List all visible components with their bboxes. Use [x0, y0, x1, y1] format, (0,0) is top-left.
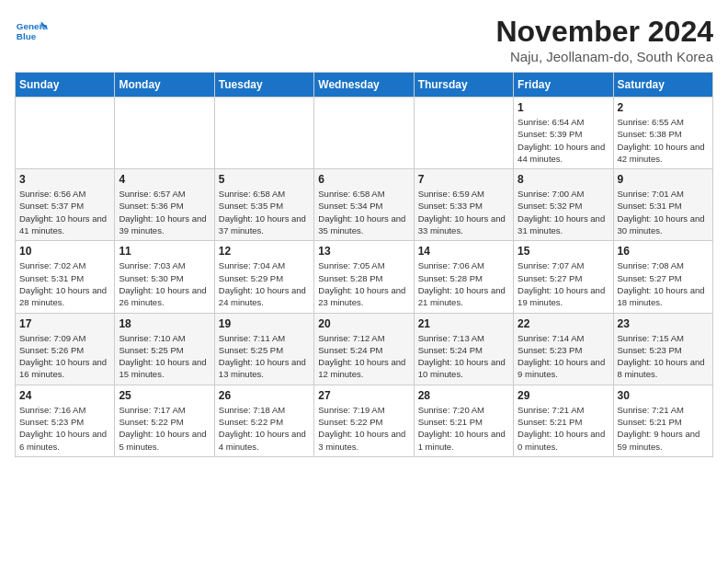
calendar-week-2: 10Sunrise: 7:02 AM Sunset: 5:31 PM Dayli…	[16, 241, 713, 313]
day-info: Sunrise: 7:06 AM Sunset: 5:28 PM Dayligh…	[418, 259, 509, 308]
col-saturday: Saturday	[613, 73, 712, 98]
table-row: 8Sunrise: 7:00 AM Sunset: 5:32 PM Daylig…	[514, 169, 613, 241]
table-row: 6Sunrise: 6:58 AM Sunset: 5:34 PM Daylig…	[314, 169, 414, 241]
calendar-week-3: 17Sunrise: 7:09 AM Sunset: 5:26 PM Dayli…	[16, 313, 713, 385]
day-info: Sunrise: 7:20 AM Sunset: 5:21 PM Dayligh…	[418, 404, 509, 453]
table-row: 23Sunrise: 7:15 AM Sunset: 5:23 PM Dayli…	[613, 313, 712, 385]
table-row: 14Sunrise: 7:06 AM Sunset: 5:28 PM Dayli…	[414, 241, 513, 313]
day-info: Sunrise: 7:02 AM Sunset: 5:31 PM Dayligh…	[19, 259, 110, 308]
day-number: 24	[19, 389, 110, 402]
table-row: 28Sunrise: 7:20 AM Sunset: 5:21 PM Dayli…	[414, 385, 513, 456]
day-info: Sunrise: 6:58 AM Sunset: 5:34 PM Dayligh…	[318, 188, 409, 236]
table-row: 26Sunrise: 7:18 AM Sunset: 5:22 PM Dayli…	[214, 385, 313, 456]
day-info: Sunrise: 6:55 AM Sunset: 5:38 PM Dayligh…	[618, 116, 709, 165]
table-row: 18Sunrise: 7:10 AM Sunset: 5:25 PM Dayli…	[115, 313, 214, 385]
calendar-subtitle: Naju, Jeollanam-do, South Korea	[495, 49, 713, 64]
day-number: 6	[318, 173, 409, 186]
day-info: Sunrise: 6:57 AM Sunset: 5:36 PM Dayligh…	[119, 188, 210, 236]
day-number: 20	[318, 317, 409, 330]
day-info: Sunrise: 7:18 AM Sunset: 5:22 PM Dayligh…	[219, 404, 310, 453]
day-number: 10	[19, 245, 110, 258]
table-row: 5Sunrise: 6:58 AM Sunset: 5:35 PM Daylig…	[214, 169, 313, 241]
table-row: 19Sunrise: 7:11 AM Sunset: 5:25 PM Dayli…	[214, 313, 313, 385]
table-row: 29Sunrise: 7:21 AM Sunset: 5:21 PM Dayli…	[514, 385, 613, 456]
day-number: 15	[518, 245, 609, 258]
day-number: 2	[618, 101, 709, 114]
day-info: Sunrise: 7:01 AM Sunset: 5:31 PM Dayligh…	[618, 188, 709, 236]
day-info: Sunrise: 7:00 AM Sunset: 5:32 PM Dayligh…	[518, 188, 609, 236]
day-info: Sunrise: 7:19 AM Sunset: 5:22 PM Dayligh…	[318, 404, 409, 453]
table-row: 12Sunrise: 7:04 AM Sunset: 5:29 PM Dayli…	[214, 241, 313, 313]
day-info: Sunrise: 7:03 AM Sunset: 5:30 PM Dayligh…	[119, 259, 210, 308]
day-number: 3	[19, 173, 110, 186]
col-tuesday: Tuesday	[214, 73, 313, 98]
day-number: 14	[418, 245, 509, 258]
day-info: Sunrise: 7:21 AM Sunset: 5:21 PM Dayligh…	[618, 404, 709, 453]
day-number: 8	[518, 173, 609, 186]
day-number: 16	[618, 245, 709, 258]
day-number: 28	[418, 389, 509, 402]
day-number: 5	[219, 173, 310, 186]
table-row: 25Sunrise: 7:17 AM Sunset: 5:22 PM Dayli…	[115, 385, 214, 456]
day-info: Sunrise: 7:12 AM Sunset: 5:24 PM Dayligh…	[318, 332, 409, 381]
table-row: 16Sunrise: 7:08 AM Sunset: 5:27 PM Dayli…	[613, 241, 712, 313]
day-number: 26	[219, 389, 310, 402]
logo-icon: General Blue	[15, 15, 48, 48]
header-row: Sunday Monday Tuesday Wednesday Thursday…	[16, 73, 713, 98]
day-number: 22	[518, 317, 609, 330]
table-row	[115, 98, 214, 169]
day-info: Sunrise: 6:59 AM Sunset: 5:33 PM Dayligh…	[418, 188, 509, 236]
day-info: Sunrise: 7:13 AM Sunset: 5:24 PM Dayligh…	[418, 332, 509, 381]
table-row	[16, 98, 115, 169]
table-row: 13Sunrise: 7:05 AM Sunset: 5:28 PM Dayli…	[314, 241, 414, 313]
day-info: Sunrise: 7:11 AM Sunset: 5:25 PM Dayligh…	[219, 332, 310, 381]
title-area: November 2024 Naju, Jeollanam-do, South …	[495, 15, 713, 64]
day-number: 21	[418, 317, 509, 330]
calendar-week-0: 1Sunrise: 6:54 AM Sunset: 5:39 PM Daylig…	[16, 98, 713, 169]
table-row: 3Sunrise: 6:56 AM Sunset: 5:37 PM Daylig…	[16, 169, 115, 241]
day-number: 4	[119, 173, 210, 186]
table-row: 11Sunrise: 7:03 AM Sunset: 5:30 PM Dayli…	[115, 241, 214, 313]
table-row: 24Sunrise: 7:16 AM Sunset: 5:23 PM Dayli…	[16, 385, 115, 456]
table-row: 30Sunrise: 7:21 AM Sunset: 5:21 PM Dayli…	[613, 385, 712, 456]
table-row: 1Sunrise: 6:54 AM Sunset: 5:39 PM Daylig…	[514, 98, 613, 169]
logo: General Blue	[15, 15, 48, 48]
table-row: 4Sunrise: 6:57 AM Sunset: 5:36 PM Daylig…	[115, 169, 214, 241]
day-number: 12	[219, 245, 310, 258]
table-row: 2Sunrise: 6:55 AM Sunset: 5:38 PM Daylig…	[613, 98, 712, 169]
day-info: Sunrise: 7:08 AM Sunset: 5:27 PM Dayligh…	[618, 259, 709, 308]
calendar-week-4: 24Sunrise: 7:16 AM Sunset: 5:23 PM Dayli…	[16, 385, 713, 456]
day-number: 13	[318, 245, 409, 258]
day-number: 29	[518, 389, 609, 402]
day-number: 30	[618, 389, 709, 402]
day-info: Sunrise: 6:58 AM Sunset: 5:35 PM Dayligh…	[219, 188, 310, 236]
header: General Blue November 2024 Naju, Jeollan…	[15, 15, 713, 64]
table-row: 20Sunrise: 7:12 AM Sunset: 5:24 PM Dayli…	[314, 313, 414, 385]
day-info: Sunrise: 7:09 AM Sunset: 5:26 PM Dayligh…	[19, 332, 110, 381]
table-row: 10Sunrise: 7:02 AM Sunset: 5:31 PM Dayli…	[16, 241, 115, 313]
day-info: Sunrise: 7:05 AM Sunset: 5:28 PM Dayligh…	[318, 259, 409, 308]
day-info: Sunrise: 7:04 AM Sunset: 5:29 PM Dayligh…	[219, 259, 310, 308]
day-info: Sunrise: 6:54 AM Sunset: 5:39 PM Dayligh…	[518, 116, 609, 165]
col-friday: Friday	[514, 73, 613, 98]
col-thursday: Thursday	[414, 73, 513, 98]
table-row: 9Sunrise: 7:01 AM Sunset: 5:31 PM Daylig…	[613, 169, 712, 241]
calendar-table: Sunday Monday Tuesday Wednesday Thursday…	[15, 72, 713, 457]
col-sunday: Sunday	[16, 73, 115, 98]
day-number: 18	[119, 317, 210, 330]
col-wednesday: Wednesday	[314, 73, 414, 98]
table-row: 7Sunrise: 6:59 AM Sunset: 5:33 PM Daylig…	[414, 169, 513, 241]
table-row: 15Sunrise: 7:07 AM Sunset: 5:27 PM Dayli…	[514, 241, 613, 313]
day-number: 27	[318, 389, 409, 402]
day-info: Sunrise: 7:17 AM Sunset: 5:22 PM Dayligh…	[119, 404, 210, 453]
day-number: 9	[618, 173, 709, 186]
calendar-week-1: 3Sunrise: 6:56 AM Sunset: 5:37 PM Daylig…	[16, 169, 713, 241]
col-monday: Monday	[115, 73, 214, 98]
table-row: 27Sunrise: 7:19 AM Sunset: 5:22 PM Dayli…	[314, 385, 414, 456]
table-row: 17Sunrise: 7:09 AM Sunset: 5:26 PM Dayli…	[16, 313, 115, 385]
table-row	[414, 98, 513, 169]
day-info: Sunrise: 7:07 AM Sunset: 5:27 PM Dayligh…	[518, 259, 609, 308]
day-number: 19	[219, 317, 310, 330]
day-number: 17	[19, 317, 110, 330]
table-row: 21Sunrise: 7:13 AM Sunset: 5:24 PM Dayli…	[414, 313, 513, 385]
